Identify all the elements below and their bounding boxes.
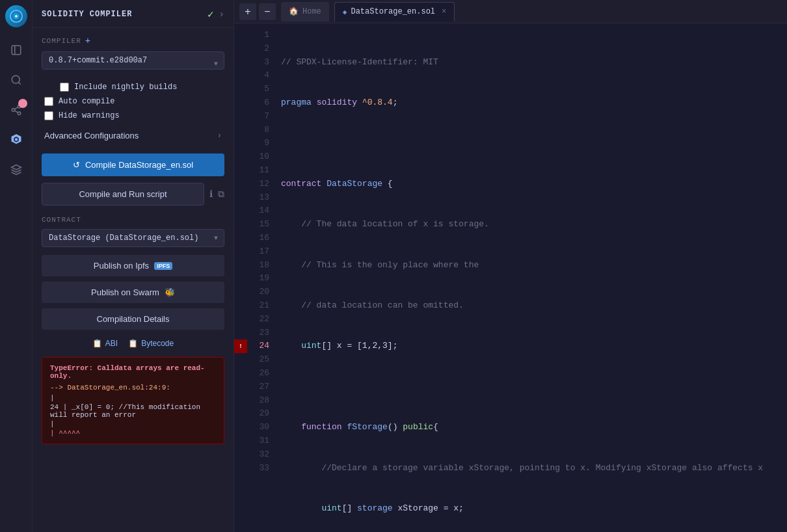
publish-ipfs-button[interactable]: Publish on Ipfs IPFS — [42, 255, 224, 276]
bytecode-icon: 📋 — [128, 339, 138, 348]
git-badge — [18, 99, 27, 108]
svg-line-10 — [14, 111, 18, 113]
line-num-12: 12 — [247, 178, 269, 191]
error-gutter-marker: ! — [234, 339, 247, 353]
bytecode-button[interactable]: 📋 Bytecode — [128, 339, 174, 348]
run-script-info-icon[interactable]: ℹ — [209, 189, 213, 200]
code-line-12: uint[] storage xStorage = x; — [276, 502, 763, 516]
line-num-6: 6 — [247, 96, 269, 110]
code-line-6: // This is the only place where the — [276, 259, 763, 273]
svg-point-5 — [12, 75, 20, 83]
line-num-9: 9 — [247, 137, 269, 150]
line-num-19: 19 — [247, 272, 269, 286]
line-num-23: 23 — [247, 326, 269, 340]
advanced-config-label: Advanced Configurations — [44, 131, 139, 140]
nav-solidity-icon[interactable] — [7, 130, 26, 150]
compile-button[interactable]: ↺ Compile DataStorage_en.sol — [42, 153, 224, 176]
run-script-label: Compile and Run script — [79, 189, 167, 199]
compile-refresh-icon: ↺ — [73, 160, 80, 170]
line-num-26: 26 — [247, 367, 269, 380]
arrow-icon[interactable]: › — [219, 9, 224, 20]
line-num-2: 2 — [247, 42, 269, 56]
auto-compile-row: Auto compile — [42, 97, 224, 106]
panel-header-icons: ✓ › — [207, 8, 224, 21]
advanced-config-section[interactable]: Advanced Configurations › — [42, 126, 224, 146]
code-line-4: contract DataStorage { — [276, 178, 763, 191]
code-line-3 — [276, 137, 763, 150]
line-num-28: 28 — [247, 394, 269, 408]
line-num-16: 16 — [247, 232, 269, 245]
error-box: TypeError: Calldata arrays are read-only… — [42, 357, 224, 444]
error-caret: | ^^^^^ — [50, 429, 216, 437]
editor-area: + − 🏠 Home ◈ DataStorage_en.sol × ! 1 2 … — [234, 0, 787, 532]
line-num-24: 24 — [247, 339, 269, 353]
nightly-builds-checkbox[interactable] — [60, 83, 69, 92]
publish-swarm-button[interactable]: Publish on Swarm 🐝 — [42, 282, 224, 303]
line-num-13: 13 — [247, 191, 269, 205]
contract-select[interactable]: DataStorage (DataStorage_en.sol) — [42, 229, 224, 247]
hide-warnings-label[interactable]: Hide warnings — [59, 111, 120, 120]
line-num-27: 27 — [247, 380, 269, 394]
code-line-11: //Declare a storage variable xStorage, p… — [276, 462, 763, 475]
hide-warnings-checkbox[interactable] — [44, 111, 53, 120]
svg-point-2 — [15, 15, 18, 18]
auto-compile-label[interactable]: Auto compile — [59, 97, 114, 106]
line-numbers: 1 2 3 4 5 6 7 8 9 10 11 12 13 14 15 16 1… — [247, 23, 276, 532]
app-logo[interactable] — [5, 5, 27, 27]
compiler-section-label: COMPILER + — [42, 36, 224, 46]
line-num-3: 3 — [247, 56, 269, 70]
line-num-7: 7 — [247, 110, 269, 124]
tab-datastorage[interactable]: ◈ DataStorage_en.sol × — [334, 2, 455, 21]
code-editor[interactable]: ! 1 2 3 4 5 6 7 8 9 10 11 12 13 14 15 16… — [234, 23, 787, 532]
line-num-5: 5 — [247, 83, 269, 96]
zoom-out-button[interactable]: − — [259, 3, 276, 20]
nightly-builds-label[interactable]: Include nightly builds — [74, 83, 177, 92]
code-content[interactable]: // SPDX-License-Identifier: MIT pragma s… — [276, 23, 763, 532]
error-code-line: 24 | _x[0] = 0; //This modification will… — [50, 403, 216, 419]
nav-search-icon[interactable] — [7, 70, 26, 90]
nav-plugins-icon[interactable] — [7, 160, 26, 180]
datastorage-tab-close[interactable]: × — [442, 7, 446, 16]
compiler-select-wrapper: 0.8.7+commit.e28d00a7 0.8.6+commit.11564… — [42, 51, 224, 76]
line-num-14: 14 — [247, 204, 269, 218]
ipfs-badge: IPFS — [154, 262, 172, 270]
error-location: --> DataStorage_en.sol:24:9: — [50, 384, 216, 392]
home-tab-icon: 🏠 — [289, 7, 299, 16]
checkmark-icon: ✓ — [207, 8, 214, 21]
code-line-2: pragma solidity ^0.8.4; — [276, 96, 763, 110]
error-pipe2: | — [50, 420, 216, 428]
line-num-11: 11 — [247, 164, 269, 178]
icon-bar — [0, 0, 33, 532]
contract-section-label: CONTRACT — [42, 216, 224, 224]
compiler-plus-icon[interactable]: + — [85, 36, 91, 46]
compilation-details-button[interactable]: Compilation Details — [42, 308, 224, 330]
code-line-9 — [276, 380, 763, 394]
line-num-15: 15 — [247, 218, 269, 232]
nav-git-icon[interactable] — [7, 100, 26, 120]
code-line-8: uint[] x = [1,2,3]; — [276, 339, 763, 353]
hide-warnings-row: Hide warnings — [42, 111, 224, 120]
line-num-10: 10 — [247, 150, 269, 164]
bytecode-label: Bytecode — [141, 339, 174, 348]
datastorage-tab-icon: ◈ — [343, 8, 347, 16]
code-line-1: // SPDX-License-Identifier: MIT — [276, 56, 763, 70]
publish-ipfs-label: Publish on Ipfs — [94, 261, 149, 271]
code-line-7: // data location can be omitted. — [276, 299, 763, 313]
panel-header: SOLIDITY COMPILER ✓ › — [33, 0, 233, 28]
panel-body: COMPILER + 0.8.7+commit.e28d00a7 0.8.6+c… — [33, 28, 233, 532]
abi-button[interactable]: 📋 ABI — [92, 339, 118, 348]
abi-icon: 📋 — [92, 339, 102, 348]
run-script-copy-icon[interactable]: ⧉ — [218, 189, 224, 200]
line-num-17: 17 — [247, 245, 269, 259]
nightly-builds-row: Include nightly builds — [42, 83, 224, 92]
svg-point-9 — [18, 112, 21, 115]
code-editor-inner: ! 1 2 3 4 5 6 7 8 9 10 11 12 13 14 15 16… — [234, 23, 763, 532]
compiler-version-select[interactable]: 0.8.7+commit.e28d00a7 0.8.6+commit.11564… — [42, 51, 224, 70]
run-script-button[interactable]: Compile and Run script — [42, 183, 204, 206]
nav-files-icon[interactable] — [7, 40, 26, 60]
tab-home[interactable]: 🏠 Home — [281, 2, 329, 21]
zoom-in-button[interactable]: + — [239, 3, 256, 20]
auto-compile-checkbox[interactable] — [44, 97, 53, 106]
swarm-icon: 🐝 — [165, 287, 175, 297]
editor-topbar: + − 🏠 Home ◈ DataStorage_en.sol × — [234, 0, 787, 23]
